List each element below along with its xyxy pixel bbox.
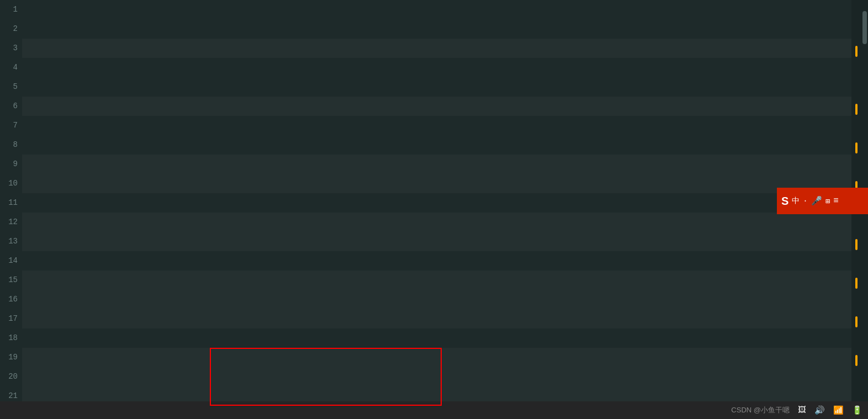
line-num-6: 6 [13,97,18,116]
code-line-18: v-model=″hr.enabled″ [22,328,851,348]
line-num-15: 15 [8,271,18,290]
code-line-7: <span>{{hr.name}}</span> [22,116,851,135]
code-line-4: <div style=″display: flex; flex-wrap: wr… [22,58,851,77]
code-area[interactable]: <el-input type=″text″ placeholder=″请输入用户… [22,0,851,419]
sougou-ime-bar: S 中 · 🎤 ⊞ ≡ [777,188,868,214]
line-num-5: 5 [13,77,18,97]
line-num-8: 8 [13,135,18,155]
sougou-grid-icon: ⊞ [825,197,830,206]
line-num-13: 13 [8,232,18,251]
code-line-5: <el-card style=″width: 400px; margin-top… [22,77,851,97]
code-line-20: active-text=″启用″ [22,367,851,386]
sougou-dot: · [803,197,807,205]
editor-container: 1 2 3 4 5 6 7 8 9 10 11 12 13 14 15 16 1… [0,0,868,419]
code-line-11: <img style=″width: 120px;height: 120px; … [22,193,851,213]
line-num-7: 7 [13,116,18,135]
line-num-14: 14 [8,251,18,271]
line-num-3: 3 [13,39,18,58]
sougou-logo-icon: S [781,195,788,208]
csdn-watermark: CSDN @小鱼干嗯 [731,405,790,415]
line-numbers: 1 2 3 4 5 6 7 8 9 10 11 12 13 14 15 16 1… [0,0,22,419]
line-num-2: 2 [13,19,18,39]
line-num-11: 11 [8,193,18,213]
code-line-12: </div> [22,213,851,232]
taskbar-icon-1[interactable]: 🖼 [798,405,806,415]
line-num-18: 18 [8,328,18,348]
line-num-9: 9 [13,155,18,174]
scrollbar-thumb[interactable] [862,11,867,44]
code-line-9: </div> [22,155,851,174]
bottom-bar: CSDN @小鱼干嗯 🖼 🔊 📶 🔋 [0,401,868,419]
line-num-20: 20 [8,367,18,386]
code-line-8: <el-button style=″float: right; padding:… [22,135,851,155]
code-line-19: @change=″eanbledChange(hr)″ [22,348,851,367]
sougou-lang-text: 中 [792,196,800,206]
line-num-10: 10 [8,174,18,193]
code-line-17: <div>用户状态：<el-switch [22,309,851,328]
taskbar-icon-3[interactable]: 📶 [833,405,844,416]
sougou-menu-icon: ≡ [833,196,839,206]
line-num-19: 19 [8,348,18,367]
line-num-1: 1 [13,0,18,19]
code-line-16: <div>地址： {{hr.telephone}}</div> [22,290,851,309]
line-num-4: 4 [13,58,18,77]
code-line-13: <div style=″font-family: 幼圆;color:orange… [22,232,851,251]
code-line-15: <div>手机号码： {{hr.phone}}</div> [22,271,851,290]
taskbar-icon-2[interactable]: 🔊 [814,405,825,416]
code-line-14: <div>用户名：{{hr.name}}</div> [22,251,851,271]
code-line-6: <div slot=″header″ class="clearfix" > [22,97,851,116]
code-line-1: <el-input type=″text″ placeholder=″请输入用户… [22,0,851,19]
taskbar-icon-4[interactable]: 🔋 [852,405,862,416]
code-line-10: <div> [22,174,851,193]
line-num-17: 17 [8,309,18,328]
line-num-12: 12 [8,213,18,232]
sougou-mic-icon: 🎤 [811,195,822,206]
line-num-16: 16 [8,290,18,309]
code-line-3: </div> [22,39,851,58]
code-line-2: <el-button type=″primary″ icon=″el-icon-… [22,19,851,39]
